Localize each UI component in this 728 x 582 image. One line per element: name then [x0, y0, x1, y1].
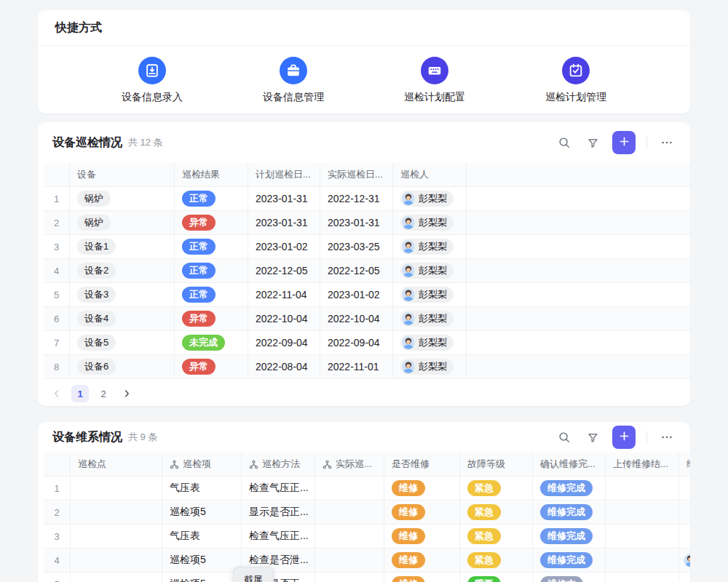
cell-inspection-item[interactable]: 巡检项5 — [162, 573, 242, 582]
cell-result[interactable]: 异常 — [175, 211, 248, 234]
cell-planned-date[interactable]: 2022-11-04 — [248, 283, 320, 306]
cell-need-repair[interactable]: 维修 — [384, 501, 460, 524]
cell-inspector[interactable]: 彭梨梨 — [393, 211, 467, 234]
more-icon[interactable] — [658, 134, 676, 151]
cell-actual-date[interactable]: 2022-12-31 — [320, 187, 393, 210]
cell-planned-date[interactable]: 2023-01-31 — [248, 211, 320, 234]
shortcut-item-4[interactable]: 巡检计划管理 — [505, 57, 646, 104]
cell-result[interactable]: 正常 — [175, 283, 248, 306]
cell-need-repair[interactable]: 维修 — [384, 525, 460, 548]
cell-repair-confirm[interactable]: 维修完成 — [533, 549, 606, 572]
page-number-1[interactable]: 1 — [71, 385, 89, 402]
cell-inspector[interactable]: 彭梨梨 — [393, 187, 467, 210]
cell-actual-date[interactable]: 2023-01-02 — [320, 283, 393, 306]
cell-result[interactable]: 正常 — [175, 235, 248, 258]
cell-need-repair[interactable]: 维修 — [384, 477, 460, 500]
cell-repair-person[interactable] — [679, 525, 690, 548]
shortcut-item-3[interactable]: 巡检计划配置 — [364, 57, 505, 104]
cell-planned-date[interactable]: 2023-01-02 — [248, 235, 320, 258]
cell-need-repair[interactable]: 维修 — [384, 573, 460, 582]
cell-upload-result[interactable] — [606, 573, 679, 582]
cell-fault-level[interactable]: 紧急 — [460, 501, 533, 524]
cell-planned-date[interactable]: 2023-01-31 — [248, 187, 320, 210]
cell-upload-result[interactable] — [606, 501, 679, 524]
cell-device[interactable]: 锅炉 — [70, 187, 175, 210]
cell-device[interactable]: 设备6 — [70, 355, 175, 378]
cell-repair-person[interactable] — [679, 549, 690, 572]
cell-inspector[interactable]: 彭梨梨 — [393, 307, 467, 330]
cell-upload-result[interactable] — [606, 477, 679, 500]
cell-inspection-point[interactable] — [71, 549, 162, 572]
cell-repair-person[interactable] — [679, 501, 690, 524]
cell-inspection-method[interactable]: 显示是否正... — [242, 501, 315, 524]
cell-actual-result[interactable] — [315, 549, 384, 572]
cell-actual-date[interactable]: 2023-03-25 — [320, 235, 393, 258]
cell-repair-confirm[interactable]: 维修完成 — [533, 525, 606, 548]
cell-inspection-item[interactable]: 巡检项5 — [162, 501, 242, 524]
cell-actual-result[interactable] — [315, 501, 384, 524]
cell-fault-level[interactable]: 重要 — [460, 573, 533, 582]
cell-repair-confirm[interactable]: 维修完成 — [533, 501, 606, 524]
cell-device[interactable]: 设备1 — [70, 235, 175, 258]
cell-actual-result[interactable] — [315, 477, 384, 500]
filter-icon[interactable] — [584, 134, 601, 151]
cell-planned-date[interactable]: 2022-09-04 — [248, 331, 320, 354]
cell-inspection-point[interactable] — [71, 525, 162, 548]
cell-planned-date[interactable]: 2022-10-04 — [248, 307, 320, 330]
cell-device[interactable]: 锅炉 — [70, 211, 175, 234]
shortcut-item-2[interactable]: 设备信息管理 — [223, 57, 364, 104]
search-icon[interactable] — [555, 134, 573, 151]
cell-repair-confirm[interactable]: 维修完成 — [533, 477, 606, 500]
cell-actual-result[interactable] — [315, 573, 384, 582]
cell-planned-date[interactable]: 2022-08-04 — [248, 355, 320, 378]
cell-inspector[interactable]: 彭梨梨 — [393, 331, 467, 354]
lookup-icon — [170, 460, 179, 469]
cell-device[interactable]: 设备2 — [70, 259, 175, 282]
cell-inspector[interactable]: 彭梨梨 — [393, 283, 467, 306]
filter-icon[interactable] — [584, 428, 601, 446]
cell-result[interactable]: 异常 — [175, 355, 248, 378]
cell-inspector[interactable]: 彭梨梨 — [393, 259, 467, 282]
search-icon[interactable] — [555, 428, 573, 446]
prev-page-icon[interactable] — [48, 385, 66, 402]
cell-inspector[interactable]: 彭梨梨 — [393, 235, 467, 258]
cell-device[interactable]: 设备4 — [70, 307, 175, 330]
cell-result[interactable]: 未完成 — [175, 331, 248, 354]
cell-repair-confirm[interactable]: 维修中 — [533, 573, 606, 582]
add-record-button[interactable] — [612, 426, 636, 449]
more-icon[interactable] — [658, 428, 676, 446]
cell-planned-date[interactable]: 2022-12-05 — [248, 259, 320, 282]
cell-inspection-method[interactable]: 检查气压正... — [242, 477, 315, 500]
cell-inspection-item[interactable]: 气压表 — [162, 477, 242, 500]
page-number-2[interactable]: 2 — [95, 385, 112, 402]
cell-actual-result[interactable] — [315, 525, 384, 548]
cell-fault-level[interactable]: 紧急 — [460, 477, 533, 500]
cell-inspector[interactable]: 彭梨梨 — [393, 355, 467, 378]
cell-upload-result[interactable] — [606, 525, 679, 548]
cell-inspection-item[interactable]: 气压表 — [162, 525, 242, 548]
cell-actual-date[interactable]: 2023-01-31 — [320, 211, 393, 234]
cell-inspection-item[interactable]: 巡检项5 — [162, 549, 242, 572]
cell-inspection-point[interactable] — [71, 573, 162, 582]
cell-result[interactable]: 正常 — [175, 259, 248, 282]
cell-repair-person[interactable] — [679, 573, 690, 582]
next-page-icon[interactable] — [118, 385, 135, 402]
cell-fault-level[interactable]: 紧急 — [460, 525, 533, 548]
cell-actual-date[interactable]: 2022-10-04 — [320, 307, 393, 330]
cell-repair-person[interactable] — [679, 477, 690, 500]
cell-actual-date[interactable]: 2022-11-01 — [320, 355, 393, 378]
cell-inspection-point[interactable] — [71, 477, 162, 500]
cell-need-repair[interactable]: 维修 — [384, 549, 460, 572]
cell-result[interactable]: 异常 — [175, 307, 248, 330]
cell-inspection-method[interactable]: 检查气压正... — [242, 525, 315, 548]
cell-fault-level[interactable]: 紧急 — [460, 549, 533, 572]
cell-inspection-point[interactable] — [71, 501, 162, 524]
cell-device[interactable]: 设备5 — [70, 331, 175, 354]
cell-result[interactable]: 正常 — [175, 187, 248, 210]
cell-device[interactable]: 设备3 — [70, 283, 175, 306]
shortcut-item-1[interactable]: 设备信息录入 — [82, 57, 223, 104]
cell-actual-date[interactable]: 2022-09-04 — [320, 331, 393, 354]
add-record-button[interactable] — [612, 131, 636, 154]
cell-actual-date[interactable]: 2022-12-05 — [320, 259, 393, 282]
cell-upload-result[interactable] — [606, 549, 679, 572]
